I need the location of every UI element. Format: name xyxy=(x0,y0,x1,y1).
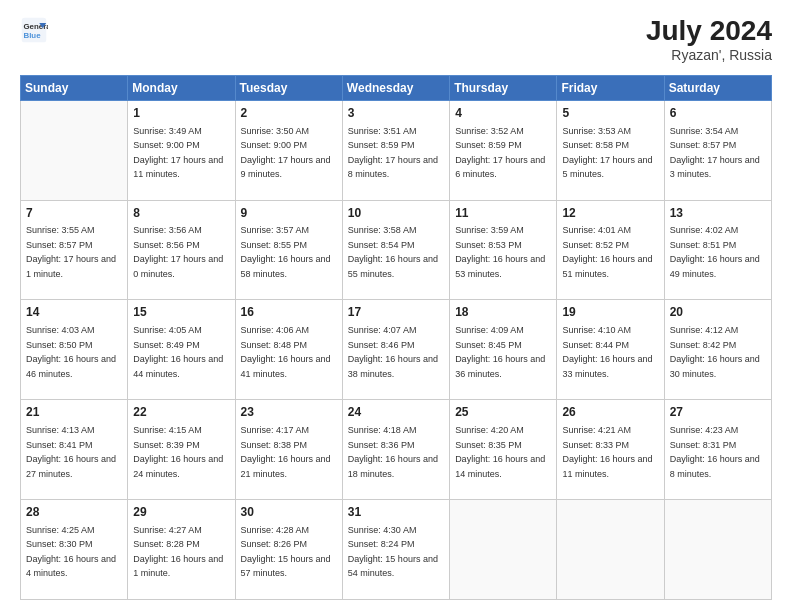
table-row: 10Sunrise: 3:58 AMSunset: 8:54 PMDayligh… xyxy=(342,200,449,300)
table-row: 30Sunrise: 4:28 AMSunset: 8:26 PMDayligh… xyxy=(235,500,342,600)
table-row xyxy=(21,100,128,200)
col-tuesday: Tuesday xyxy=(235,75,342,100)
calendar-week-row: 28Sunrise: 4:25 AMSunset: 8:30 PMDayligh… xyxy=(21,500,772,600)
table-row: 12Sunrise: 4:01 AMSunset: 8:52 PMDayligh… xyxy=(557,200,664,300)
table-row: 17Sunrise: 4:07 AMSunset: 8:46 PMDayligh… xyxy=(342,300,449,400)
col-monday: Monday xyxy=(128,75,235,100)
calendar-week-row: 14Sunrise: 4:03 AMSunset: 8:50 PMDayligh… xyxy=(21,300,772,400)
table-row: 15Sunrise: 4:05 AMSunset: 8:49 PMDayligh… xyxy=(128,300,235,400)
col-thursday: Thursday xyxy=(450,75,557,100)
table-row: 3Sunrise: 3:51 AMSunset: 8:59 PMDaylight… xyxy=(342,100,449,200)
table-row: 16Sunrise: 4:06 AMSunset: 8:48 PMDayligh… xyxy=(235,300,342,400)
table-row: 2Sunrise: 3:50 AMSunset: 9:00 PMDaylight… xyxy=(235,100,342,200)
table-row xyxy=(557,500,664,600)
table-row: 26Sunrise: 4:21 AMSunset: 8:33 PMDayligh… xyxy=(557,400,664,500)
table-row: 8Sunrise: 3:56 AMSunset: 8:56 PMDaylight… xyxy=(128,200,235,300)
table-row: 13Sunrise: 4:02 AMSunset: 8:51 PMDayligh… xyxy=(664,200,771,300)
table-row: 7Sunrise: 3:55 AMSunset: 8:57 PMDaylight… xyxy=(21,200,128,300)
table-row xyxy=(664,500,771,600)
table-row: 21Sunrise: 4:13 AMSunset: 8:41 PMDayligh… xyxy=(21,400,128,500)
table-row: 9Sunrise: 3:57 AMSunset: 8:55 PMDaylight… xyxy=(235,200,342,300)
table-row xyxy=(450,500,557,600)
calendar-week-row: 1Sunrise: 3:49 AMSunset: 9:00 PMDaylight… xyxy=(21,100,772,200)
table-row: 24Sunrise: 4:18 AMSunset: 8:36 PMDayligh… xyxy=(342,400,449,500)
col-saturday: Saturday xyxy=(664,75,771,100)
svg-text:Blue: Blue xyxy=(24,31,42,40)
table-row: 25Sunrise: 4:20 AMSunset: 8:35 PMDayligh… xyxy=(450,400,557,500)
col-sunday: Sunday xyxy=(21,75,128,100)
calendar-week-row: 7Sunrise: 3:55 AMSunset: 8:57 PMDaylight… xyxy=(21,200,772,300)
table-row: 6Sunrise: 3:54 AMSunset: 8:57 PMDaylight… xyxy=(664,100,771,200)
table-row: 14Sunrise: 4:03 AMSunset: 8:50 PMDayligh… xyxy=(21,300,128,400)
calendar-table: Sunday Monday Tuesday Wednesday Thursday… xyxy=(20,75,772,600)
table-row: 27Sunrise: 4:23 AMSunset: 8:31 PMDayligh… xyxy=(664,400,771,500)
table-row: 18Sunrise: 4:09 AMSunset: 8:45 PMDayligh… xyxy=(450,300,557,400)
table-row: 5Sunrise: 3:53 AMSunset: 8:58 PMDaylight… xyxy=(557,100,664,200)
table-row: 22Sunrise: 4:15 AMSunset: 8:39 PMDayligh… xyxy=(128,400,235,500)
table-row: 23Sunrise: 4:17 AMSunset: 8:38 PMDayligh… xyxy=(235,400,342,500)
logo-icon: General Blue xyxy=(20,16,48,44)
page-header: General Blue July 2024 Ryazan', Russia xyxy=(20,16,772,63)
table-row: 28Sunrise: 4:25 AMSunset: 8:30 PMDayligh… xyxy=(21,500,128,600)
table-row: 20Sunrise: 4:12 AMSunset: 8:42 PMDayligh… xyxy=(664,300,771,400)
month-year: July 2024 xyxy=(646,16,772,47)
title-block: July 2024 Ryazan', Russia xyxy=(646,16,772,63)
table-row: 31Sunrise: 4:30 AMSunset: 8:24 PMDayligh… xyxy=(342,500,449,600)
table-row: 29Sunrise: 4:27 AMSunset: 8:28 PMDayligh… xyxy=(128,500,235,600)
table-row: 11Sunrise: 3:59 AMSunset: 8:53 PMDayligh… xyxy=(450,200,557,300)
table-row: 4Sunrise: 3:52 AMSunset: 8:59 PMDaylight… xyxy=(450,100,557,200)
calendar-header-row: Sunday Monday Tuesday Wednesday Thursday… xyxy=(21,75,772,100)
col-wednesday: Wednesday xyxy=(342,75,449,100)
table-row: 1Sunrise: 3:49 AMSunset: 9:00 PMDaylight… xyxy=(128,100,235,200)
logo: General Blue xyxy=(20,16,52,44)
col-friday: Friday xyxy=(557,75,664,100)
location: Ryazan', Russia xyxy=(646,47,772,63)
calendar-week-row: 21Sunrise: 4:13 AMSunset: 8:41 PMDayligh… xyxy=(21,400,772,500)
table-row: 19Sunrise: 4:10 AMSunset: 8:44 PMDayligh… xyxy=(557,300,664,400)
